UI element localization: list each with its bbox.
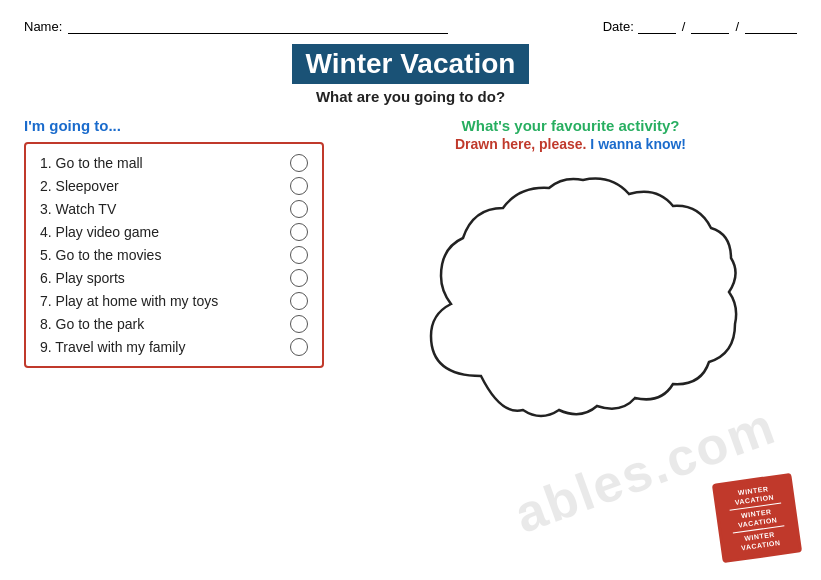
item-5-label: 5. Go to the movies [40, 247, 161, 263]
item-1-circle[interactable] [290, 154, 308, 172]
stamp-line-3: WINTER VACATION [722, 527, 798, 555]
name-label: Name: [24, 19, 62, 34]
cloud-drawing-area [401, 166, 741, 426]
checklist-item-2[interactable]: 2. Sleepover [40, 177, 308, 195]
name-field: Name: [24, 18, 448, 34]
item-4-label: 4. Play video game [40, 224, 159, 240]
page: Name: Date: / / Winter Vacation What are… [0, 0, 821, 580]
item-1-label: 1. Go to the mall [40, 155, 143, 171]
item-9-circle[interactable] [290, 338, 308, 356]
fav-wanna-text: I wanna know! [590, 136, 686, 152]
body-area: I'm going to... 1. Go to the mall 2. Sle… [24, 117, 797, 426]
checklist-item-7[interactable]: 7. Play at home with my toys [40, 292, 308, 310]
main-title: Winter Vacation [292, 44, 530, 84]
item-8-label: 8. Go to the park [40, 316, 144, 332]
item-9-label: 9. Travel with my family [40, 339, 185, 355]
fav-instruction: Drawn here, please. I wanna know! [455, 136, 686, 152]
date-field: Date: / / [603, 18, 797, 34]
fav-drawn: Drawn here, please. [455, 136, 587, 152]
stamp: WINTER VACATION WINTER VACATION WINTER V… [717, 478, 797, 558]
date-slash-1: / [682, 19, 686, 34]
item-6-label: 6. Play sports [40, 270, 125, 286]
section-label: I'm going to... [24, 117, 324, 134]
left-column: I'm going to... 1. Go to the mall 2. Sle… [24, 117, 324, 426]
item-2-circle[interactable] [290, 177, 308, 195]
date-month [638, 18, 676, 34]
item-3-label: 3. Watch TV [40, 201, 116, 217]
checklist-item-9[interactable]: 9. Travel with my family [40, 338, 308, 356]
item-6-circle[interactable] [290, 269, 308, 287]
checklist-item-4[interactable]: 4. Play video game [40, 223, 308, 241]
date-year [745, 18, 797, 34]
fav-question: What's your favourite activity? [462, 117, 680, 134]
checklist-box: 1. Go to the mall 2. Sleepover 3. Watch … [24, 142, 324, 368]
right-column: What's your favourite activity? Drawn he… [344, 117, 797, 426]
item-4-circle[interactable] [290, 223, 308, 241]
subtitle: What are you going to do? [24, 88, 797, 105]
item-7-label: 7. Play at home with my toys [40, 293, 218, 309]
checklist-item-6[interactable]: 6. Play sports [40, 269, 308, 287]
item-2-label: 2. Sleepover [40, 178, 119, 194]
stamp-inner: WINTER VACATION WINTER VACATION WINTER V… [712, 473, 802, 563]
checklist-item-3[interactable]: 3. Watch TV [40, 200, 308, 218]
title-area: Winter Vacation What are you going to do… [24, 44, 797, 105]
item-5-circle[interactable] [290, 246, 308, 264]
item-7-circle[interactable] [290, 292, 308, 310]
item-8-circle[interactable] [290, 315, 308, 333]
cloud-svg [401, 166, 741, 426]
checklist-item-1[interactable]: 1. Go to the mall [40, 154, 308, 172]
date-slash-2: / [735, 19, 739, 34]
name-input-line [68, 18, 448, 34]
checklist-item-8[interactable]: 8. Go to the park [40, 315, 308, 333]
date-label: Date: [603, 19, 634, 34]
checklist-item-5[interactable]: 5. Go to the movies [40, 246, 308, 264]
header-row: Name: Date: / / [24, 18, 797, 34]
date-day [691, 18, 729, 34]
item-3-circle[interactable] [290, 200, 308, 218]
